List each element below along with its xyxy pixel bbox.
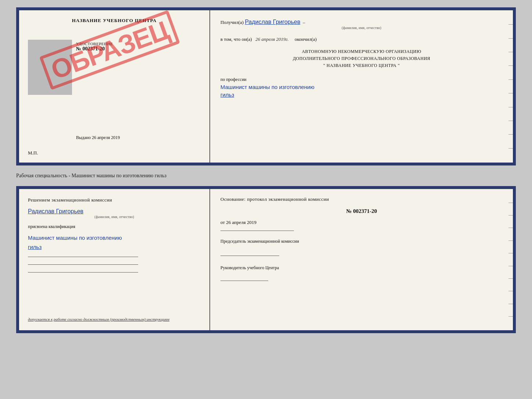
bottom-cert-right: Основание: протокол экзаменационной коми…	[210, 189, 513, 330]
bottom-left-prof2: гильз	[28, 243, 201, 251]
signature-line-1	[28, 257, 138, 257]
avtonom-block: АВТОНОМНУЮ НЕКОММЕРЧЕСКУЮ ОРГАНИЗАЦИЮ ДО…	[220, 48, 503, 70]
side-line	[508, 38, 513, 39]
bottom-left-profession-block: Машинист машины по изготовлению гильз	[28, 232, 201, 251]
poluchil-dash: –	[302, 19, 305, 25]
side-line	[508, 215, 513, 215]
poluchil-row: Получил(а) Радислав Григорьев – (фамилия…	[220, 18, 503, 31]
side-line	[508, 291, 513, 291]
ot-label: от	[220, 220, 225, 225]
dopuskaetsya-label: допускается к	[28, 317, 53, 321]
avtonom-line3: " НАЗВАНИЕ УЧЕБНОГО ЦЕНТРА "	[220, 62, 503, 69]
bottom-certificate: Решением экзаменационной комиссии Радисл…	[16, 186, 516, 333]
poluchil-label: Получил(а)	[220, 19, 244, 25]
side-line	[508, 241, 513, 241]
side-line	[508, 148, 513, 149]
profession-handwritten-1: Машинист машины по изготовлению	[220, 84, 503, 90]
bottom-left-prisvoenoLabel: присвоена квалификация	[28, 224, 201, 229]
vtomchto-date: 26 апреля 2019г.	[255, 36, 288, 42]
cert-left-title: НАЗВАНИЕ УЧЕБНОГО ЦЕНТРА	[28, 18, 201, 24]
signature-line-2	[28, 264, 138, 265]
rukovoditel-label: Руководитель учебного Центра	[220, 265, 279, 270]
date-line	[220, 231, 294, 231]
side-line	[508, 24, 513, 25]
dopuskaetsya-value: работе согласно должностным (производств…	[54, 317, 169, 321]
udostoverenie-number: № 002371-20	[76, 46, 113, 52]
okonchil-label: окончил(а)	[295, 36, 317, 42]
side-line	[508, 52, 513, 52]
avtonom-line2: ДОПОЛНИТЕЛЬНОГО ПРОФЕССИОНАЛЬНОГО ОБРАЗО…	[220, 55, 503, 62]
bottom-right-title: Основание: протокол экзаменационной коми…	[220, 196, 503, 202]
side-line	[508, 266, 513, 266]
side-line	[508, 316, 513, 317]
side-line	[508, 278, 513, 279]
predsedatel-label: Председатель экзаменационной комиссии	[220, 239, 299, 244]
cert-left-panel: НАЗВАНИЕ УЧЕБНОГО ЦЕНТРА ОБРАЗЕЦ УДОСТОВ…	[19, 10, 210, 163]
side-line	[508, 121, 513, 121]
side-line	[508, 107, 513, 107]
side-line	[508, 304, 513, 304]
rukovoditel-signature-line	[220, 281, 268, 281]
side-line	[508, 134, 513, 135]
cert-right-panel: Получил(а) Радислав Григорьев – (фамилия…	[210, 10, 513, 163]
middle-label-text: Рабочая специальность - Машинист машины …	[16, 173, 166, 178]
bottom-right-num: № 002371-20	[220, 208, 503, 214]
profession-handwritten-2: гильз	[220, 92, 503, 98]
predsedatel-block: Председатель экзаменационной комиссии	[220, 238, 503, 245]
poluchil-fio: Радислав Григорьев	[245, 18, 300, 26]
vtomchto-label: в том, что он(а)	[220, 36, 252, 42]
side-line	[508, 65, 513, 66]
bottom-left-title: Решением экзаменационной комиссии	[28, 196, 201, 204]
side-lines-right	[506, 10, 513, 163]
vtomchto-row: в том, что он(а) 26 апреля 2019г. окончи…	[220, 36, 503, 43]
vydano-line: Выдано 26 апреля 2019	[76, 135, 120, 140]
bottom-right-date: от 26 апреля 2019	[220, 220, 503, 225]
udostoverenie-block: УДОСТОВЕРЕНИЕ № 002371-20	[76, 42, 113, 52]
mp-label: М.П.	[28, 150, 38, 156]
profession-block: по профессии Машинист машины по изготовл…	[220, 76, 503, 98]
side-line	[508, 253, 513, 253]
photo-placeholder	[28, 40, 72, 95]
vydano-label: Выдано	[76, 135, 91, 140]
bottom-left-prof1: Машинист машины по изготовлению	[28, 234, 201, 242]
signature-line-3	[28, 272, 138, 272]
vydano-date: 26 апреля 2019	[92, 135, 120, 140]
side-line	[508, 79, 513, 80]
rukovoditel-block: Руководитель учебного Центра	[220, 265, 503, 271]
udostoverenie-label: УДОСТОВЕРЕНИЕ	[76, 42, 113, 46]
top-certificate: НАЗВАНИЕ УЧЕБНОГО ЦЕНТРА ОБРАЗЕЦ УДОСТОВ…	[16, 7, 516, 165]
ot-date: 26 апреля 2019	[226, 220, 256, 225]
po-professii-label: по профессии	[220, 77, 247, 82]
bottom-left-fio-block: Радислав Григорьев (фамилия, имя, отчест…	[28, 207, 201, 219]
bottom-left-fio: Радислав Григорьев	[28, 208, 201, 215]
predsedatel-signature-line	[220, 256, 279, 256]
bottom-left-fio-sub: (фамилия, имя, отчество)	[28, 215, 201, 219]
side-line	[508, 93, 513, 93]
side-lines-right-bottom	[506, 189, 513, 330]
side-line	[508, 228, 513, 228]
avtonom-line1: АВТОНОМНУЮ НЕКОММЕРЧЕСКУЮ ОРГАНИЗАЦИЮ	[220, 48, 503, 55]
side-line	[508, 203, 513, 203]
dopuskaetsya-block: допускается к работе согласно должностны…	[28, 317, 169, 321]
bottom-cert-left: Решением экзаменационной комиссии Радисл…	[19, 189, 210, 330]
middle-label: Рабочая специальность - Машинист машины …	[16, 172, 516, 179]
